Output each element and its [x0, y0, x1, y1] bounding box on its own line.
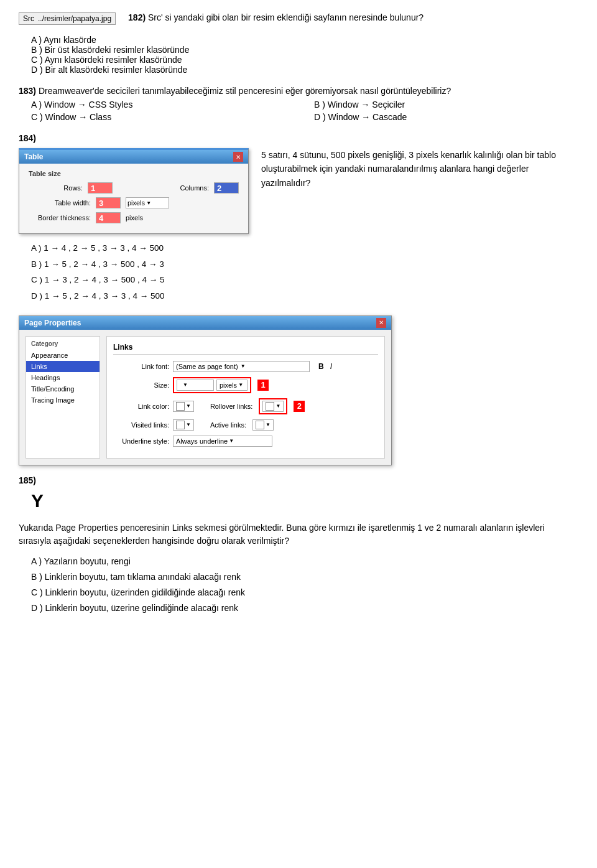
answer-a185: A ) Yazıların boyutu, rengi: [31, 554, 578, 569]
pp-sidebar-appearance[interactable]: Appearance: [26, 350, 100, 361]
answer-a184: A ) 1 → 4 , 2 → 5 , 3 → 3 , 4 → 500: [31, 240, 249, 256]
pp-titlebar: Page Properties ✕: [19, 316, 391, 330]
q183-number: 183): [19, 86, 36, 96]
width-label: Table width:: [29, 199, 91, 207]
question-183: 183) Dreamweaver'de secicileri tanımlaya…: [19, 86, 578, 122]
answer-d185: D ) Linklerin boyutu, üzerine gelindiğin…: [31, 600, 578, 616]
pp-sidebar-tracing-image[interactable]: Tracing Image: [26, 394, 100, 406]
table-section-title: Table size: [29, 170, 239, 177]
answer-c185: C ) Linklerin boyutu, üzerinden gidildiğ…: [31, 585, 578, 600]
link-font-arrow: ▼: [241, 363, 246, 369]
visited-label: Visited links:: [113, 421, 169, 429]
answer-d182: D ) Bir alt klasördeki resimler klasörün…: [31, 65, 578, 75]
size-unit: pixels: [220, 381, 237, 389]
question-182: Src ../resimler/papatya.jpg 182) Src' si…: [19, 12, 578, 75]
width-unit-arrow: ▼: [146, 200, 151, 206]
link-color-box: [176, 402, 185, 411]
rows-row: Rows: 1 Columns: 2: [29, 182, 239, 194]
italic-btn[interactable]: I: [330, 362, 332, 371]
link-font-row: Link font: (Same as page font) ▼ B I: [113, 361, 378, 372]
q182-question-text: Src' si yandaki gibi olan bir resim ekle…: [148, 12, 423, 22]
underline-label: Underline style:: [113, 437, 169, 445]
src-label: Src: [23, 14, 34, 23]
q185-answers: A ) Yazıların boyutu, rengi B ) Linkleri…: [31, 554, 578, 617]
q184-description: 5 satırı, 4 sütunu, 500 pixels genişliği…: [261, 148, 578, 190]
size-group-outlined: ▼ pixels ▼: [173, 377, 251, 393]
q184-dialog-area: Table ✕ Table size Rows: 1 Columns: 2 Ta…: [19, 148, 249, 304]
table-dialog: Table ✕ Table size Rows: 1 Columns: 2 Ta…: [19, 148, 249, 234]
answer-c182: C ) Aynı klasördeki resimler klasöründe: [31, 55, 578, 65]
q182-answers: A ) Aynı klasörde B ) Bir üst klasördeki…: [31, 35, 578, 75]
border-row: Border thickness: 4 pixels: [29, 212, 239, 223]
link-font-value: (Same as page font): [176, 363, 238, 370]
rows-label: Rows:: [29, 184, 83, 192]
pp-title: Page Properties: [24, 319, 81, 327]
answer-b182: B ) Bir üst klasördeki resimler klasörün…: [31, 45, 578, 55]
cols-label: Columns:: [155, 184, 209, 192]
visited-active-row: Visited links: ▼ Active links: ▼: [113, 419, 378, 431]
border-input[interactable]: 4: [96, 212, 121, 223]
q185-question: Yukarıda Page Properties penceresinin Li…: [19, 521, 578, 548]
pp-content: Links Link font: (Same as page font) ▼ B…: [106, 336, 385, 459]
cols-input[interactable]: 2: [214, 182, 239, 194]
pp-body: Category Appearance Links Headings Title…: [19, 330, 391, 465]
rollover-select[interactable]: ▼: [262, 401, 284, 412]
answer-b183: B ) Window → Seçiciler: [314, 100, 578, 110]
badge-1: 1: [257, 380, 269, 391]
visited-select[interactable]: ▼: [173, 419, 194, 431]
table-dialog-title: Table: [24, 152, 43, 161]
link-font-label: Link font:: [113, 363, 169, 370]
q182-question: 182) Src' si yandaki gibi olan bir resim…: [128, 12, 423, 22]
size-select[interactable]: ▼: [177, 380, 214, 391]
pp-sidebar: Category Appearance Links Headings Title…: [25, 336, 100, 459]
active-select[interactable]: ▼: [252, 419, 274, 431]
size-row: Size: ▼ pixels ▼ 1: [113, 377, 378, 393]
answer-a183: A ) Window → CSS Styles: [31, 100, 295, 110]
border-unit: pixels: [126, 214, 143, 222]
width-input[interactable]: 3: [96, 197, 121, 208]
rollover-label: Rollover links:: [210, 403, 252, 410]
src-bar: Src ../resimler/papatya.jpg: [19, 12, 116, 25]
pp-content-title: Links: [113, 343, 378, 355]
width-row: Table width: 3 pixels ▼: [29, 197, 239, 208]
answer-c184: C ) 1 → 3 , 2 → 4 , 3 → 500 , 4 → 5: [31, 272, 249, 288]
question-185: Page Properties ✕ Category Appearance Li…: [19, 315, 578, 617]
link-font-select[interactable]: (Same as page font) ▼: [173, 361, 310, 372]
table-dialog-body: Table size Rows: 1 Columns: 2 Table widt…: [19, 164, 248, 233]
bold-btn[interactable]: B: [318, 362, 324, 371]
q183-answers: A ) Window → CSS Styles B ) Window → Seç…: [31, 100, 578, 122]
question-184: 184) Table ✕ Table size Rows: 1 Columns:…: [19, 133, 578, 304]
q184-number: 184): [19, 133, 578, 143]
answer-d183: D ) Window → Cascade: [314, 112, 578, 122]
answer-d184: D ) 1 → 5 , 2 → 4 , 3 → 3 , 4 → 500: [31, 288, 249, 304]
underline-row: Underline style: Always underline ▼: [113, 436, 378, 447]
pp-sidebar-headings[interactable]: Headings: [26, 372, 100, 383]
q184-answers: A ) 1 → 4 , 2 → 5 , 3 → 3 , 4 → 500 B ) …: [31, 240, 249, 304]
size-unit-select[interactable]: pixels ▼: [216, 380, 248, 391]
q183-question-text: Dreamweaver'de secicileri tanımlayabilec…: [39, 86, 451, 96]
underline-select[interactable]: Always underline ▼: [173, 436, 272, 447]
pp-sidebar-title-encoding[interactable]: Title/Encoding: [26, 383, 100, 394]
y-label: Y: [31, 490, 578, 511]
src-path: ../resimler/papatya.jpg: [38, 14, 111, 23]
page-properties-dialog: Page Properties ✕ Category Appearance Li…: [19, 315, 392, 465]
border-label: Border thickness:: [29, 214, 91, 222]
pp-sidebar-links[interactable]: Links: [26, 361, 100, 372]
q185-question-text: Yukarıda Page Properties penceresinin Li…: [19, 523, 545, 546]
rollover-outlined: ▼: [259, 398, 287, 414]
q182-number: 182): [128, 12, 146, 22]
answer-b184: B ) 1 → 5 , 2 → 4 , 3 → 500 , 4 → 3: [31, 256, 249, 273]
pp-category-label: Category: [26, 339, 100, 348]
answer-c183: C ) Window → Class: [31, 112, 295, 122]
rows-input[interactable]: 1: [88, 182, 113, 194]
table-dialog-close[interactable]: ✕: [233, 152, 243, 162]
active-label: Active links:: [210, 421, 246, 429]
answer-a182: A ) Aynı klasörde: [31, 35, 578, 45]
q185-number: 185): [19, 475, 36, 485]
width-unit-select[interactable]: pixels ▼: [126, 197, 169, 208]
pp-close-button[interactable]: ✕: [376, 318, 386, 328]
table-dialog-titlebar: Table ✕: [19, 150, 248, 164]
link-rollover-row: Link color: ▼ Rollover links: ▼ 2: [113, 398, 378, 414]
link-color-label: Link color:: [113, 403, 169, 410]
link-color-select[interactable]: ▼: [173, 401, 194, 412]
